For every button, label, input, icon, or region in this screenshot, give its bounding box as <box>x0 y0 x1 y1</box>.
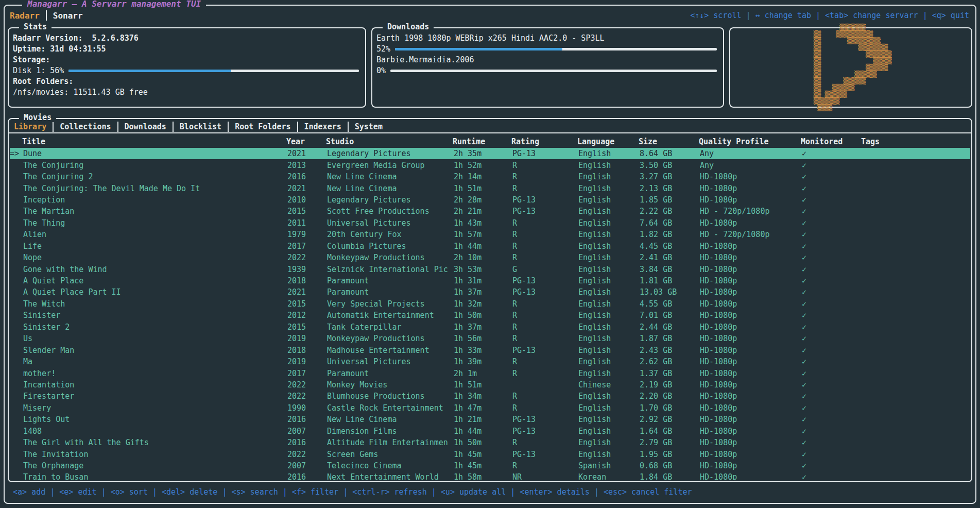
tab-divider <box>117 122 118 132</box>
movie-quality-profile: HD-1080p <box>700 276 802 285</box>
movies-panel: Movies LibraryCollectionsDownloadsBlockl… <box>8 118 972 482</box>
tab-library[interactable]: Library <box>14 122 46 131</box>
movie-rating: R <box>512 323 578 332</box>
movie-year: 2013 <box>287 161 327 170</box>
movie-row[interactable]: The Conjuring 2 2016 New Line Cinema 2h … <box>10 171 970 182</box>
tab-blocklist[interactable]: Blocklist <box>180 122 221 131</box>
movie-row[interactable]: Incantation 2022 Monkey Movies 1h 51m Ch… <box>10 379 970 391</box>
movie-row[interactable]: Lights Out 2016 New Line Cinema 1h 21m P… <box>10 414 970 425</box>
movie-row[interactable]: The Witch 2015 Very Special Projects 1h … <box>10 298 970 310</box>
column-header-tags: Tags <box>861 137 971 146</box>
movie-title: The Thing <box>23 218 287 228</box>
movie-quality-profile: HD-1080p <box>700 450 802 459</box>
movie-row[interactable]: Us 2019 Monkeypaw Productions 1h 56m R E… <box>10 333 970 344</box>
movie-studio: Monkey Movies <box>327 380 454 390</box>
movie-rating: PG-13 <box>512 346 578 355</box>
movie-language: English <box>578 253 640 262</box>
movie-row[interactable]: Misery 1990 Castle Rock Entertainment 1h… <box>10 402 970 414</box>
movie-year: 2016 <box>287 472 327 480</box>
movie-size: 1.81 GB <box>640 276 700 285</box>
movie-year: 2021 <box>287 184 327 193</box>
download-item-name: Earth 1998 1080p WEBRip x265 Hindi AAC2.… <box>376 33 717 44</box>
movie-title: Nope <box>23 253 287 262</box>
movie-row[interactable]: => Dune 2021 Legendary Pictures 2h 35m P… <box>10 148 970 159</box>
tab-indexers[interactable]: Indexers <box>304 122 341 131</box>
movie-quality-profile: HD-1080p <box>700 242 802 251</box>
movie-row[interactable]: Sinister 2 2015 Tank Caterpillar 1h 37m … <box>10 321 970 333</box>
monitored-check-icon: ✓ <box>802 299 862 309</box>
movie-row[interactable]: Alien 1979 20th Century Fox 1h 57m R Eng… <box>10 229 970 240</box>
movie-row[interactable]: The Conjuring: The Devil Made Me Do It 2… <box>10 182 970 194</box>
movie-row[interactable]: Life 2017 Columbia Pictures 1h 44m R Eng… <box>10 241 970 252</box>
movie-row[interactable]: Firestarter 2022 Blumhouse Productions 1… <box>10 391 970 402</box>
download-progress-gauge <box>395 48 717 50</box>
movie-title: Us <box>23 334 287 343</box>
monitored-check-icon: ✓ <box>802 265 862 274</box>
tab-downloads[interactable]: Downloads <box>125 122 166 131</box>
movie-size: 1.70 GB <box>640 403 700 413</box>
movie-row[interactable]: The Invitation 2022 Screen Gems 1h 45m P… <box>10 448 970 460</box>
movie-row[interactable]: Nope 2022 Monkeypaw Productions 2h 10m R… <box>10 252 970 263</box>
movie-size: 2.44 GB <box>640 323 700 332</box>
movie-year: 2018 <box>287 276 327 285</box>
radarr-version: Radarr Version: 5.2.6.8376 <box>13 33 359 44</box>
movie-row[interactable]: Inception 2010 Legendary Pictures 2h 28m… <box>10 194 970 206</box>
movie-row[interactable]: Train to Busan 2016 Next Entertainment W… <box>10 471 970 480</box>
movie-language: English <box>578 346 640 355</box>
movie-rating: R <box>512 461 578 470</box>
tab-root-folders[interactable]: Root Folders <box>235 122 290 131</box>
tab-collections[interactable]: Collections <box>60 122 111 131</box>
movie-language: English <box>578 230 640 239</box>
movie-rating: PG-13 <box>512 149 578 158</box>
movie-language: English <box>578 299 640 309</box>
movie-title: Incantation <box>23 380 287 390</box>
movie-table-header: Title Year Studio Runtime Rating Languag… <box>9 133 971 148</box>
movie-runtime: 2h 21m <box>454 207 512 216</box>
movie-runtime: 2h 10m <box>454 253 512 262</box>
movie-row[interactable]: The Conjuring 2013 Evergreen Media Group… <box>10 159 970 171</box>
movie-year: 2007 <box>287 461 327 470</box>
column-header-studio: Studio <box>326 137 453 146</box>
movie-title: The Conjuring <box>23 161 287 170</box>
tab-divider <box>53 122 54 132</box>
column-header-language: Language <box>577 137 639 146</box>
movie-row[interactable]: Slender Man 2018 Madhouse Entertainment … <box>10 344 970 355</box>
movie-quality-profile: HD-1080p <box>700 415 802 424</box>
root-folder-free-space: /nfs/movies: 11511.43 GB free <box>13 87 359 98</box>
downloads-panel-title: Downloads <box>383 22 434 31</box>
movie-row[interactable]: The Thing 2011 Universal Pictures 1h 43m… <box>10 217 970 229</box>
movie-language: English <box>578 265 640 274</box>
tab-system[interactable]: System <box>355 122 383 131</box>
servarr-tab-sonarr[interactable]: Sonarr <box>53 11 83 21</box>
movie-row[interactable]: The Martian 2015 Scott Free Productions … <box>10 206 970 217</box>
movie-size: 2.22 GB <box>640 207 700 216</box>
monitored-check-icon: ✓ <box>802 369 862 378</box>
movie-rating: R <box>512 299 578 309</box>
movie-language: English <box>578 334 640 343</box>
stats-panel: Stats Radarr Version: 5.2.6.8376 Uptime:… <box>8 27 366 108</box>
movie-row[interactable]: 1408 2007 Dimension Films 1h 44m PG-13 E… <box>10 426 970 437</box>
movie-row[interactable]: Ma 2019 Universal Pictures 1h 39m R Engl… <box>10 356 970 367</box>
movie-rating: R <box>512 392 578 401</box>
movie-language: Chinese <box>578 380 640 390</box>
movie-row[interactable]: mother! 2017 Paramount 2h 1m R English 1… <box>10 367 970 379</box>
movie-quality-profile: HD-1080p <box>700 172 802 181</box>
movie-row[interactable]: The Orphanage 2007 Telecinco Cinema 1h 4… <box>10 460 970 471</box>
movie-title: Slender Man <box>23 346 287 355</box>
movie-quality-profile: HD-1080p <box>700 427 802 436</box>
movie-row[interactable]: Sinister 2012 Automatik Entertainment 1h… <box>10 310 970 321</box>
movie-row[interactable]: A Quiet Place Part II 2021 Paramount 1h … <box>10 286 970 298</box>
movie-runtime: 1h 57m <box>454 230 512 239</box>
movie-row[interactable]: The Girl with All the Gifts 2016 Altitud… <box>10 437 970 448</box>
movie-studio: New Line Cinema <box>327 415 454 424</box>
movie-size: 1.37 GB <box>640 369 700 378</box>
monitored-check-icon: ✓ <box>802 253 862 262</box>
movie-quality-profile: HD-1080p <box>700 195 802 205</box>
movie-runtime: 1h 37m <box>454 323 512 332</box>
column-header-runtime: Runtime <box>453 137 511 146</box>
movie-row[interactable]: Gone with the Wind 1939 Selznick Interna… <box>10 263 970 275</box>
movie-studio: Telecinco Cinema <box>327 461 454 470</box>
movie-row[interactable]: A Quiet Place 2018 Paramount 1h 31m PG-1… <box>10 275 970 286</box>
servarr-tab-radarr[interactable]: Radarr <box>10 11 40 21</box>
movie-title: 1408 <box>23 427 287 436</box>
